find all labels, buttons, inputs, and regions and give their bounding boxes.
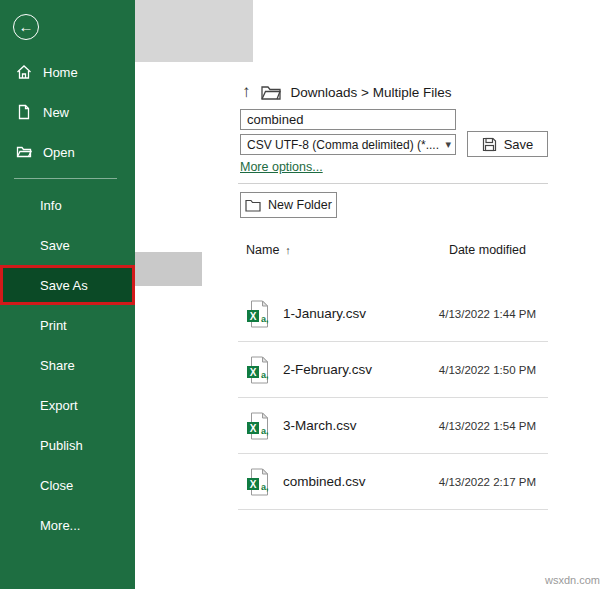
file-date-modified: 4/13/2022 1:44 PM	[439, 308, 536, 320]
sidebar-item-share[interactable]: Share	[0, 345, 135, 385]
filetype-selected-value: CSV UTF-8 (Comma delimited) (*....	[247, 138, 441, 152]
backstage-sidebar: ← Home New Open Info Save	[0, 0, 135, 589]
sidebar-item-open[interactable]: Open	[0, 132, 135, 172]
sidebar-item-publish[interactable]: Publish	[0, 425, 135, 465]
file-row[interactable]: X a, 2-February.csv 4/13/2022 1:50 PM	[238, 342, 548, 398]
breadcrumb-row: ↑ Downloads > Multiple Files	[242, 82, 451, 102]
svg-text:a,: a,	[261, 313, 269, 323]
csv-file-icon: X a,	[246, 412, 270, 440]
sidebar-item-info[interactable]: Info	[0, 185, 135, 225]
sidebar-item-save-as[interactable]: Save As	[0, 265, 135, 305]
sidebar-item-label: New	[43, 105, 69, 120]
sidebar-item-label: More...	[40, 518, 80, 533]
horizontal-divider	[238, 183, 548, 184]
sidebar-top-nav: Home New Open	[0, 52, 135, 172]
column-header-date-modified[interactable]: Date modified	[449, 243, 526, 257]
file-name: 1-January.csv	[283, 306, 366, 321]
svg-text:X: X	[250, 422, 257, 433]
sort-ascending-icon: ↑	[285, 244, 291, 256]
sidebar-item-save[interactable]: Save	[0, 225, 135, 265]
file-list: X a, 1-January.csv 4/13/2022 1:44 PM X a…	[238, 286, 548, 510]
file-date-modified: 4/13/2022 1:54 PM	[439, 420, 536, 432]
home-icon	[16, 64, 32, 80]
svg-text:a,: a,	[261, 425, 269, 435]
sidebar-item-label: Print	[40, 318, 67, 333]
watermark: wsxdn.com	[545, 574, 600, 586]
column-header-name[interactable]: Name ↑	[246, 243, 291, 257]
sidebar-item-home[interactable]: Home	[0, 52, 135, 92]
open-folder-icon	[16, 144, 32, 160]
sidebar-item-label: Share	[40, 358, 75, 373]
sidebar-item-label: Publish	[40, 438, 83, 453]
sidebar-item-more[interactable]: More...	[0, 505, 135, 545]
more-options-link[interactable]: More options...	[240, 160, 323, 174]
file-list-header: Name ↑ Date modified	[238, 240, 548, 260]
sidebar-divider	[14, 178, 117, 179]
file-row[interactable]: X a, 1-January.csv 4/13/2022 1:44 PM	[238, 286, 548, 342]
filetype-dropdown[interactable]: CSV UTF-8 (Comma delimited) (*.... ▾	[240, 134, 456, 155]
file-name: combined.csv	[283, 474, 366, 489]
sidebar-item-label: Save As	[40, 278, 88, 293]
chevron-down-icon: ▾	[445, 138, 451, 151]
csv-file-icon: X a,	[246, 300, 270, 328]
svg-text:X: X	[250, 366, 257, 377]
sidebar-bottom-nav: Info Save Save As Print Share Export Pub…	[0, 185, 135, 545]
svg-text:a,: a,	[261, 481, 269, 491]
file-date-modified: 4/13/2022 1:50 PM	[439, 364, 536, 376]
new-folder-button[interactable]: New Folder	[240, 192, 337, 218]
sidebar-item-close[interactable]: Close	[0, 465, 135, 505]
sidebar-item-label: Save	[40, 238, 70, 253]
filename-input[interactable]	[240, 109, 456, 130]
sidebar-item-print[interactable]: Print	[0, 305, 135, 345]
csv-file-icon: X a,	[246, 468, 270, 496]
file-date-modified: 4/13/2022 2:17 PM	[439, 476, 536, 488]
sidebar-item-label: Home	[43, 65, 78, 80]
save-button-label: Save	[504, 137, 534, 152]
file-name: 3-March.csv	[283, 418, 357, 433]
svg-text:X: X	[250, 478, 257, 489]
back-arrow-icon: ←	[19, 18, 34, 35]
sidebar-item-export[interactable]: Export	[0, 385, 135, 425]
new-document-icon	[16, 104, 32, 120]
column-name-label: Name	[246, 243, 279, 257]
save-button[interactable]: Save	[467, 131, 548, 157]
new-folder-icon	[245, 199, 261, 212]
floppy-disk-icon	[482, 137, 497, 152]
file-name: 2-February.csv	[283, 362, 372, 377]
new-folder-button-label: New Folder	[268, 198, 332, 212]
svg-text:X: X	[250, 310, 257, 321]
file-row[interactable]: X a, 3-March.csv 4/13/2022 1:54 PM	[238, 398, 548, 454]
csv-file-icon: X a,	[246, 356, 270, 384]
sidebar-item-new[interactable]: New	[0, 92, 135, 132]
sidebar-item-label: Close	[40, 478, 73, 493]
svg-text:a,: a,	[261, 369, 269, 379]
folder-icon	[261, 85, 281, 100]
back-button[interactable]: ←	[13, 14, 39, 40]
navigate-up-icon[interactable]: ↑	[242, 82, 251, 102]
sidebar-item-label: Open	[43, 145, 75, 160]
file-row[interactable]: X a, combined.csv 4/13/2022 2:17 PM	[238, 454, 548, 510]
sidebar-item-label: Export	[40, 398, 78, 413]
sidebar-item-label: Info	[40, 198, 62, 213]
breadcrumb[interactable]: Downloads > Multiple Files	[291, 85, 452, 100]
